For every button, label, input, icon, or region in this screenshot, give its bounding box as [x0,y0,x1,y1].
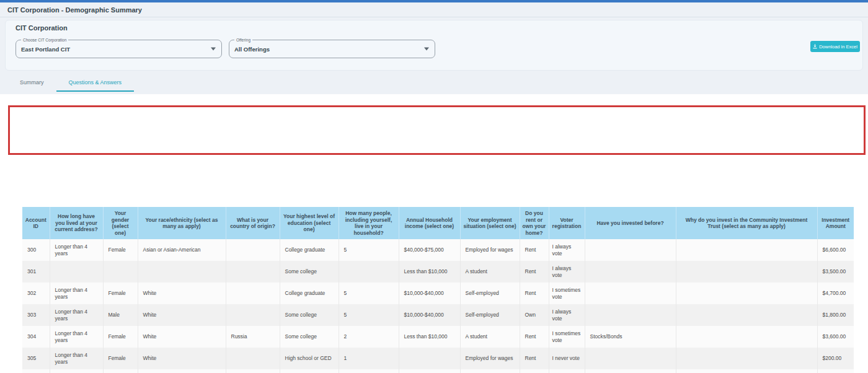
table-cell [50,261,103,283]
column-header: Have you invested before? [585,207,676,239]
table-cell [585,369,676,373]
table-cell [676,326,817,348]
table-cell [226,283,280,304]
table-cell: 303 [22,304,50,326]
table-cell: $1,250.00 [817,369,854,373]
page-header: CIT Corporation - Demographic Summary [0,2,868,17]
table-cell: White [138,348,226,369]
table-cell [676,348,817,369]
table-cell [339,261,399,283]
table-cell: Longer than 4 years [50,283,103,304]
table-cell: Self-employed [460,283,520,304]
table-cell: Male [103,304,138,326]
column-header: Your highest level of education (select … [280,207,339,239]
table-cell: Employed for wages [460,239,520,261]
table-row: 305Longer than 4 yearsFemaleWhiteHigh sc… [22,348,854,369]
table-cell: I sometimes vote [549,283,585,304]
table-row: 304Longer than 4 yearsFemaleWhiteRussiaS… [22,326,854,348]
table-body: 300Longer than 4 yearsFemaleAsian or Asi… [22,239,854,373]
table-cell: 5 [339,283,399,304]
table-cell: I always vote [549,261,585,283]
column-header: How many people, including yourself, liv… [339,207,399,239]
table-cell: $10,000-$40,000 [399,283,460,304]
table-cell: A student [460,261,520,283]
table-cell: I sometimes vote [549,369,585,373]
table-cell: $6,600.00 [817,239,854,261]
tab-questions-answers[interactable]: Questions & Answers [56,74,135,92]
table-cell: Own [520,304,549,326]
chevron-down-icon [424,48,429,51]
table-cell: Less than $10,000 [399,261,460,283]
table-cell [676,369,817,373]
cit-corporation-select-value: East Portland CIT [21,46,70,53]
download-icon [813,44,817,49]
table-cell: Some college [280,369,339,373]
table-cell [103,261,138,283]
table-row: 303Longer than 4 yearsMaleWhiteSome coll… [22,304,854,326]
table-cell: Asian or Asian-American [138,239,226,261]
column-header: Annual Household income (select one) [399,207,460,239]
table-cell: I sometimes vote [549,326,585,348]
table-cell: 5 [339,304,399,326]
table-row: 300Longer than 4 yearsFemaleAsian or Asi… [22,239,854,261]
content-panel: Account IDHow long have you lived at you… [0,94,868,373]
column-header: What is your country of origin? [226,207,280,239]
table-cell: $200.00 [817,348,854,369]
table-cell: $3,600.00 [817,326,854,348]
table-row: 3062-4 yearsMaleBlack of African-America… [22,369,854,373]
table-cell: White [138,304,226,326]
tab-summary[interactable]: Summary [7,74,56,92]
table-cell: Self-employed [460,304,520,326]
column-header: Why do you invest in the Community Inves… [676,207,817,239]
table-cell: Some college [280,304,339,326]
table-cell: Rent [520,261,549,283]
column-header: Voter registration [549,207,585,239]
table-cell: Female [103,239,138,261]
table-cell: 300 [22,239,50,261]
table-cell: 306 [22,369,50,373]
table-cell: 301 [22,261,50,283]
table-cell: Black of African-American [138,369,226,373]
table-cell [676,304,817,326]
offering-select-value: All Offerings [234,46,270,53]
table-cell [226,304,280,326]
table-cell: I never vote [549,348,585,369]
table-cell [226,348,280,369]
table-cell [676,239,817,261]
table-cell: White [138,326,226,348]
table-cell: Longer than 4 years [50,239,103,261]
table-cell [585,239,676,261]
table-cell: Russia [226,326,280,348]
column-header: Your gender (select one) [103,207,138,239]
table-cell: $4,700.00 [817,283,854,304]
table-cell: White [138,283,226,304]
table-cell: Rent [520,239,549,261]
table-cell: A student [460,326,520,348]
table-cell: 1 [339,348,399,369]
table-cell [399,348,460,369]
download-excel-button[interactable]: Download in Excel [810,41,860,52]
cit-corporation-select-label: Choose CIT Corporation [21,38,68,42]
page-title: CIT Corporation - Demographic Summary [7,6,142,14]
chevron-down-icon [211,48,216,51]
table-cell [676,261,817,283]
table-cell [585,304,676,326]
table-row: 302Longer than 4 yearsFemaleWhiteCollege… [22,283,854,304]
table-cell: Employed for wages [460,348,520,369]
table-cell: 304 [22,326,50,348]
column-header: Investment Amount [817,207,854,239]
table-cell [585,261,676,283]
filter-card: CIT Corporation Choose CIT Corporation E… [5,20,863,71]
cit-corporation-select[interactable]: Choose CIT Corporation East Portland CIT [16,40,222,58]
table-cell: I always vote [549,239,585,261]
table-cell [226,369,280,373]
table-cell: College graduate [280,283,339,304]
table-cell: $3,500.00 [817,261,854,283]
offering-select[interactable]: Offering All Offerings [229,40,435,58]
table-cell: Female [103,283,138,304]
table-cell: $1,800.00 [817,304,854,326]
table-cell: Stocks/Bonds [585,326,676,348]
table-cell: Longer than 4 years [50,304,103,326]
table-cell: Some college [280,326,339,348]
table-cell: Less than $10,000 [399,326,460,348]
